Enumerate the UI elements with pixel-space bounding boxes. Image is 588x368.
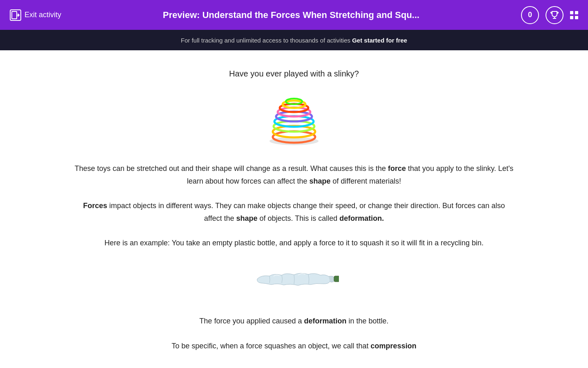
bottle-image [249,262,339,298]
trophy-badge [546,6,564,24]
banner-cta[interactable]: Get started for free [352,37,407,44]
banner: For full tracking and unlimited access t… [0,30,588,50]
header: Exit activity Preview: Understand the Fo… [0,0,588,30]
question-text: Have you ever played with a slinky? [74,67,514,81]
score-badge: 0 [521,6,539,24]
paragraph-4: The force you applied caused a deformati… [74,315,514,328]
exit-label: Exit activity [24,11,61,19]
banner-text: For full tracking and unlimited access t… [181,37,407,44]
svg-rect-13 [334,276,339,282]
menu-icon[interactable] [570,11,578,19]
slinky-image [259,93,329,146]
paragraph-2: Forces impact objects in different ways.… [74,200,514,224]
svg-rect-0 [12,11,17,19]
header-title: Preview: Understand the Forces When Stre… [61,10,521,20]
bottle-image-container [74,262,514,298]
main-content: Have you ever played with a slinky? [0,50,588,368]
header-right: 0 [521,6,578,24]
paragraph-5: To be specific, when a force squashes an… [74,340,514,352]
paragraph-3: Here is an example: You take an empty pl… [74,237,514,249]
exit-activity-button[interactable]: Exit activity [10,9,61,21]
slinky-image-container [74,93,514,146]
paragraph-1: These toys can be stretched out and thei… [74,162,514,187]
exit-icon [10,9,21,21]
